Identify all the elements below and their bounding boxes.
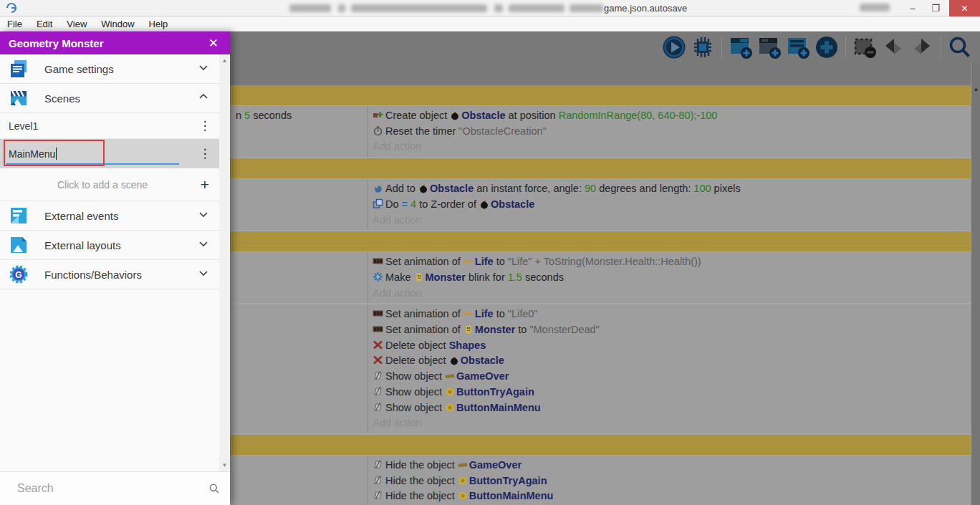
sidebar-item-external-events[interactable]: External events <box>0 201 219 231</box>
redo-icon[interactable] <box>909 34 935 60</box>
sidebar-item-scenes[interactable]: Scenes <box>0 84 219 113</box>
add-event-icon[interactable] <box>728 34 754 60</box>
scene-row-mainmenu[interactable]: MainMenu ⋮ <box>0 139 219 168</box>
conditions-cell[interactable]: n 5 seconds <box>230 106 368 157</box>
add-comment-icon[interactable] <box>785 34 811 60</box>
event-action-line[interactable]: Hide the object ButtonMainMenu <box>373 489 968 504</box>
object-name: ButtonTryAgain <box>456 386 534 398</box>
search-input[interactable] <box>17 482 208 495</box>
sidebar-item-label: External events <box>44 210 198 222</box>
project-manager-drawer: Geometry Monster ✕ Game settingsScenes L… <box>0 32 230 505</box>
event-action-line[interactable]: Set animation of Monster to "MonsterDead… <box>373 322 968 338</box>
event-action-line[interactable]: Show object ButtonMainMenu <box>373 400 968 416</box>
search-events-icon[interactable] <box>947 34 973 60</box>
actions-cell[interactable]: Hide the object GameOverHide the object … <box>368 456 971 505</box>
object-name: Life <box>475 308 494 319</box>
event-row[interactable]: Set animation of Life to "Life0"Set anim… <box>230 304 971 433</box>
text-segment: Set animation of <box>385 324 463 335</box>
sidebar-item-external-layouts[interactable]: External layouts <box>0 231 219 260</box>
object-name: ButtonMainMenu <box>469 490 554 501</box>
object-name: ButtonTryAgain <box>469 475 547 486</box>
close-drawer-icon[interactable]: ✕ <box>206 36 221 51</box>
event-row[interactable]: Hide the object GameOverHide the object … <box>230 456 971 505</box>
add-action-button[interactable]: Add action <box>373 286 968 302</box>
chevron-down-icon[interactable] <box>198 208 209 223</box>
event-action-line[interactable]: Hide the object GameOver <box>373 458 968 473</box>
conditions-cell[interactable] <box>230 304 368 433</box>
event-row[interactable]: Add to Obstacle an instant force, angle:… <box>230 179 971 230</box>
scroll-up-icon[interactable]: ▲ <box>971 86 980 92</box>
event-action-line[interactable]: Show object GameOver <box>373 369 968 385</box>
event-action-line[interactable]: Set animation of Life to "Life" + ToStri… <box>373 254 968 270</box>
menu-item-file[interactable]: File <box>0 16 29 32</box>
event-action-line[interactable]: Add to Obstacle an instant force, angle:… <box>373 181 968 197</box>
scene-rename-input[interactable]: MainMenu <box>9 145 196 163</box>
chevron-down-icon[interactable] <box>198 62 209 76</box>
event-action-line[interactable]: Show object ButtonTryAgain <box>373 385 968 400</box>
chevron-down-icon[interactable] <box>198 267 209 282</box>
debug-icon[interactable] <box>690 34 716 60</box>
play-icon[interactable] <box>661 34 687 60</box>
actions-cell[interactable]: Set animation of Life to "Life" + ToStri… <box>368 252 971 303</box>
plus-icon[interactable]: + <box>196 176 213 193</box>
event-group-header[interactable] <box>230 158 971 178</box>
event-action-line[interactable]: Do = 4 to Z-order of Obstacle <box>373 197 968 213</box>
event-action-line[interactable]: Make Monster blink for 1.5 seconds <box>373 270 968 286</box>
text-segment: Reset the timer <box>385 125 458 137</box>
conditions-cell[interactable] <box>230 252 368 303</box>
event-group-header[interactable] <box>230 231 971 251</box>
event-action-line[interactable]: Reset the timer "ObstacleCreation" <box>373 124 968 140</box>
event-action-line[interactable]: Hide the object ButtonTryAgain <box>373 473 968 489</box>
chevron-up-icon[interactable] <box>198 91 209 105</box>
event-action-line[interactable]: Delete object Shapes <box>373 338 968 354</box>
button-icon <box>458 490 468 500</box>
event-action-line[interactable]: Create object Obstacle at position Rando… <box>373 108 968 124</box>
sidebar-item-game-settings[interactable]: Game settings <box>0 54 219 84</box>
chevron-down-icon[interactable] <box>198 238 209 252</box>
event-condition-line[interactable]: n 5 seconds <box>236 108 365 124</box>
animation-icon <box>373 324 383 335</box>
actions-cell[interactable]: Add to Obstacle an instant force, angle:… <box>368 179 971 230</box>
actions-cell[interactable]: Create object Obstacle at position Rando… <box>368 106 971 157</box>
event-action-line[interactable]: Delete object Obstacle <box>373 353 968 369</box>
menu-item-window[interactable]: Window <box>94 16 141 32</box>
event-row[interactable]: n 5 secondsCreate object Obstacle at pos… <box>230 106 971 157</box>
undo-icon[interactable] <box>880 34 906 60</box>
scroll-down-icon[interactable]: ▼ <box>219 462 230 468</box>
scroll-up-icon[interactable]: ▲ <box>219 57 230 64</box>
actions-cell[interactable]: Set animation of Life to "Life0"Set anim… <box>368 304 971 433</box>
events-sheet: n 5 secondsCreate object Obstacle at pos… <box>230 32 980 505</box>
add-subevent-icon[interactable] <box>756 34 782 60</box>
force-icon <box>373 183 383 193</box>
event-group-header[interactable] <box>230 85 971 105</box>
delete-event-icon[interactable] <box>852 34 878 60</box>
conditions-cell[interactable] <box>230 456 368 505</box>
external-events-icon <box>9 206 29 226</box>
add-circle-icon[interactable] <box>814 34 840 60</box>
object-name: Monster <box>426 271 466 283</box>
drawer-scrollbar[interactable]: ▲ ▼ <box>219 54 230 471</box>
add-scene-row[interactable]: Click to add a scene + <box>0 168 219 201</box>
event-row[interactable]: Set animation of Life to "Life" + ToStri… <box>230 252 971 303</box>
close-window-button[interactable]: ✕ <box>949 0 980 16</box>
scene-row-level1[interactable]: Level1⋮ <box>0 113 219 139</box>
scene-menu-icon[interactable]: ⋮ <box>196 118 213 133</box>
conditions-cell[interactable] <box>230 179 368 230</box>
menu-item-edit[interactable]: Edit <box>29 16 59 32</box>
text-segment: Show object <box>385 402 445 413</box>
event-group-header[interactable] <box>230 435 971 455</box>
title-bar: game.json.autosave – ❐ ✕ <box>0 0 980 16</box>
text-segment: Hide the object <box>385 459 458 471</box>
menu-item-view[interactable]: View <box>59 16 94 32</box>
event-action-line[interactable]: Set animation of Life to "Life0" <box>373 307 968 322</box>
add-action-button[interactable]: Add action <box>373 415 968 431</box>
restore-button[interactable]: ❐ <box>924 0 947 16</box>
scene-menu-icon[interactable]: ⋮ <box>196 146 213 161</box>
add-action-button[interactable]: Add action <box>373 139 968 155</box>
menu-item-help[interactable]: Help <box>142 16 176 32</box>
minimize-button[interactable]: – <box>901 0 924 16</box>
sidebar-item-functions-behaviors[interactable]: GFunctions/Behaviors <box>0 260 219 289</box>
events-scrollbar[interactable]: ▲ <box>971 63 980 505</box>
add-action-button[interactable]: Add action <box>373 213 968 229</box>
redacted-path-blob <box>289 4 331 12</box>
